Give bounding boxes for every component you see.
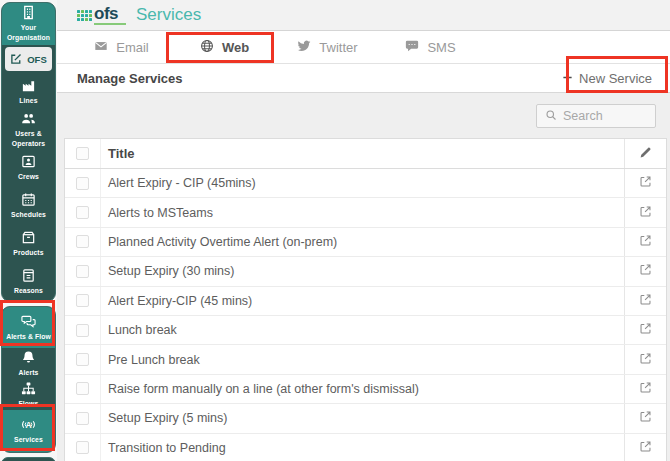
open-in-new-icon[interactable]	[639, 380, 652, 398]
open-in-new-icon[interactable]	[639, 204, 652, 222]
search-icon	[545, 107, 557, 125]
sidebar-item-your-organisation[interactable]: Your Organisation	[2, 3, 55, 45]
select-all-checkbox[interactable]	[76, 147, 89, 160]
logo-text: ofs	[94, 5, 126, 22]
sms-icon	[405, 39, 419, 56]
row-checkbox[interactable]	[76, 382, 89, 395]
search-input[interactable]	[563, 109, 647, 123]
broadcast-icon: A	[21, 417, 36, 432]
sidebar-group-organisation: Your Organisation OFS Lines Users & Oper…	[1, 2, 56, 302]
section-title: Manage Services	[77, 71, 183, 86]
select-all-cell	[65, 139, 101, 168]
sidebar-item-schedules[interactable]: Schedules	[2, 187, 55, 225]
sidebar-item-alerts-flow[interactable]: Alerts & Flow	[2, 307, 55, 348]
sidebar-item-label: Products	[11, 248, 45, 258]
services-table: Title Alert Expiry - CIP (45mins) Alerts…	[64, 138, 667, 461]
tab-web[interactable]: Web	[173, 39, 276, 56]
factory-icon	[21, 78, 36, 93]
tab-label: SMS	[427, 40, 455, 55]
email-icon	[94, 39, 108, 56]
page-title: Services	[136, 5, 201, 25]
open-in-new-icon[interactable]	[639, 321, 652, 339]
tab-sms[interactable]: SMS	[379, 39, 482, 56]
pencil-icon[interactable]	[639, 145, 652, 163]
service-title: Lunch break	[101, 316, 624, 344]
row-checkbox[interactable]	[76, 324, 89, 337]
sidebar-item-label: Lines	[17, 96, 39, 106]
manage-services-toolbar: Manage Services New Service	[57, 64, 670, 93]
table-row[interactable]: Alert Expiry-CIP (45 mins)	[65, 287, 666, 316]
tab-label: Twitter	[319, 40, 357, 55]
row-checkbox[interactable]	[76, 412, 89, 425]
new-service-label: New Service	[579, 71, 652, 86]
flow-icon	[21, 381, 36, 396]
table-row[interactable]: Raise form manually on a line (at other …	[65, 375, 666, 404]
search-box	[536, 104, 656, 128]
service-title: Alert Expiry - CIP (45mins)	[101, 169, 624, 197]
open-in-new-icon[interactable]	[639, 174, 652, 192]
table-row[interactable]: Alerts to MSTeams	[65, 198, 666, 227]
open-in-new-icon[interactable]	[639, 439, 652, 457]
crew-icon	[21, 154, 36, 169]
ofs-logo: ofs	[77, 5, 126, 25]
sidebar-item-lines[interactable]: Lines	[2, 73, 55, 111]
edit-column-header	[624, 139, 666, 168]
sidebar-item-label: OFS	[27, 54, 47, 65]
open-in-new-icon[interactable]	[639, 409, 652, 427]
sidebar-group-next	[1, 457, 56, 461]
table-row[interactable]: Alert Expiry - CIP (45mins)	[65, 169, 666, 198]
open-in-new-icon[interactable]	[639, 351, 652, 369]
twitter-icon	[297, 39, 311, 56]
globe-icon	[200, 39, 214, 56]
open-in-new-icon[interactable]	[639, 292, 652, 310]
table-row[interactable]: Transition to Pending	[65, 434, 666, 461]
tab-email[interactable]: Email	[70, 39, 173, 56]
row-checkbox[interactable]	[76, 235, 89, 248]
service-title: Setup Expiry (5 mins)	[101, 404, 624, 432]
table-row[interactable]: Setup Expiry (5 mins)	[65, 404, 666, 433]
sidebar-item-label: Crews	[16, 172, 41, 182]
table-row[interactable]: Pre Lunch break	[65, 345, 666, 374]
title-column-header: Title	[101, 139, 624, 168]
tab-twitter[interactable]: Twitter	[276, 39, 379, 56]
sidebar: Your Organisation OFS Lines Users & Oper…	[0, 0, 57, 461]
row-checkbox[interactable]	[76, 206, 89, 219]
row-checkbox[interactable]	[76, 177, 89, 190]
sidebar-item-crews[interactable]: Crews	[2, 149, 55, 187]
row-checkbox[interactable]	[76, 441, 89, 454]
sidebar-item-label: Schedules	[9, 210, 48, 220]
open-in-new-icon[interactable]	[639, 262, 652, 280]
sidebar-group-alerts-flow: Alerts & Flow Alerts Flows A Services	[1, 306, 56, 453]
sidebar-item-products[interactable]: Products	[2, 225, 55, 263]
sidebar-item-label: Flows	[17, 399, 41, 409]
table-row[interactable]: Setup Expiry (30 mins)	[65, 257, 666, 286]
channel-tabs: Email Web Twitter SMS	[57, 31, 670, 64]
sidebar-item-label: Your Organisation	[2, 23, 55, 43]
row-checkbox[interactable]	[76, 265, 89, 278]
edit-square-icon	[10, 53, 22, 65]
book-icon	[21, 268, 36, 283]
new-service-button[interactable]: New Service	[562, 71, 652, 86]
sidebar-item-alerts[interactable]: Alerts	[2, 348, 55, 379]
sidebar-item-label: Services	[12, 435, 45, 445]
sidebar-item-reasons[interactable]: Reasons	[2, 263, 55, 301]
sidebar-item-label: Alerts & Flow	[4, 332, 53, 342]
row-checkbox[interactable]	[76, 353, 89, 366]
sidebar-item-ofs[interactable]: OFS	[5, 47, 52, 71]
sidebar-item-services[interactable]: A Services	[2, 410, 55, 452]
building-icon	[21, 5, 36, 20]
row-checkbox[interactable]	[76, 294, 89, 307]
tab-label: Web	[222, 40, 249, 55]
sidebar-item-label: Alerts	[17, 368, 41, 378]
table-row[interactable]: Planned Activity Overtime Alert (on-prem…	[65, 228, 666, 257]
open-in-new-icon[interactable]	[639, 233, 652, 251]
sidebar-item-flows[interactable]: Flows	[2, 379, 55, 410]
calendar-icon	[21, 192, 36, 207]
service-title: Planned Activity Overtime Alert (on-prem…	[101, 228, 624, 256]
users-icon	[21, 111, 36, 126]
sidebar-item-users-operators[interactable]: Users & Operators	[2, 111, 55, 149]
logo-hash-icon	[77, 10, 92, 21]
service-title: Transition to Pending	[101, 434, 624, 461]
chat-bubbles-icon	[21, 314, 36, 329]
table-row[interactable]: Lunch break	[65, 316, 666, 345]
